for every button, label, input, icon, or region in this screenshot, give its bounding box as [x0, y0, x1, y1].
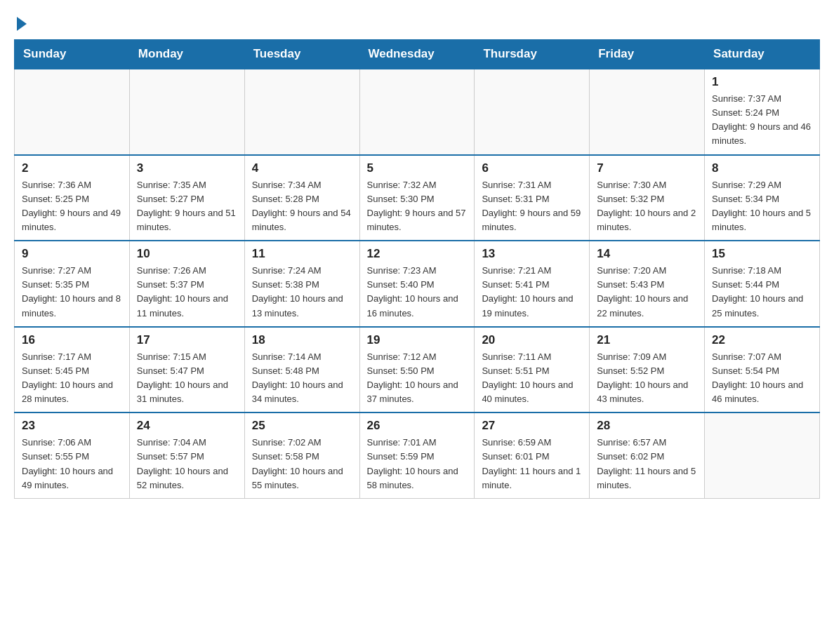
calendar-cell: [705, 412, 820, 498]
logo-arrow-icon: [17, 17, 27, 31]
day-number: 20: [482, 333, 582, 347]
day-number: 23: [22, 419, 122, 433]
day-info-text: Sunrise: 7:26 AM Sunset: 5:37 PM Dayligh…: [137, 264, 237, 321]
calendar-cell: [129, 69, 244, 155]
calendar-cell: 11Sunrise: 7:24 AM Sunset: 5:38 PM Dayli…: [244, 241, 359, 327]
calendar-cell: 26Sunrise: 7:01 AM Sunset: 5:59 PM Dayli…: [359, 412, 475, 498]
calendar-cell: 23Sunrise: 7:06 AM Sunset: 5:55 PM Dayli…: [15, 412, 130, 498]
day-info-text: Sunrise: 7:36 AM Sunset: 5:25 PM Dayligh…: [22, 178, 122, 235]
calendar-cell: 4Sunrise: 7:34 AM Sunset: 5:28 PM Daylig…: [244, 155, 359, 241]
day-info-text: Sunrise: 7:02 AM Sunset: 5:58 PM Dayligh…: [252, 436, 352, 492]
calendar-week-row: 1Sunrise: 7:37 AM Sunset: 5:24 PM Daylig…: [15, 69, 820, 155]
day-info-text: Sunrise: 6:59 AM Sunset: 6:01 PM Dayligh…: [482, 436, 582, 492]
day-info-text: Sunrise: 7:23 AM Sunset: 5:40 PM Dayligh…: [367, 264, 468, 321]
day-number: 27: [482, 419, 582, 433]
calendar-cell: 22Sunrise: 7:07 AM Sunset: 5:54 PM Dayli…: [705, 327, 820, 413]
calendar-cell: 21Sunrise: 7:09 AM Sunset: 5:52 PM Dayli…: [590, 327, 705, 413]
day-info-text: Sunrise: 7:21 AM Sunset: 5:41 PM Dayligh…: [482, 264, 582, 321]
day-number: 25: [252, 419, 352, 433]
calendar-cell: [15, 69, 130, 155]
day-info-text: Sunrise: 7:37 AM Sunset: 5:24 PM Dayligh…: [712, 92, 812, 149]
day-of-week-header: Friday: [590, 40, 705, 69]
calendar-cell: 8Sunrise: 7:29 AM Sunset: 5:34 PM Daylig…: [705, 155, 820, 241]
calendar-cell: 13Sunrise: 7:21 AM Sunset: 5:41 PM Dayli…: [475, 241, 590, 327]
calendar-cell: 7Sunrise: 7:30 AM Sunset: 5:32 PM Daylig…: [590, 155, 705, 241]
day-info-text: Sunrise: 7:06 AM Sunset: 5:55 PM Dayligh…: [22, 436, 122, 492]
calendar-week-row: 16Sunrise: 7:17 AM Sunset: 5:45 PM Dayli…: [15, 327, 820, 413]
day-info-text: Sunrise: 7:31 AM Sunset: 5:31 PM Dayligh…: [482, 178, 582, 235]
day-number: 13: [482, 247, 582, 261]
day-info-text: Sunrise: 7:32 AM Sunset: 5:30 PM Dayligh…: [367, 178, 468, 235]
calendar-cell: 14Sunrise: 7:20 AM Sunset: 5:43 PM Dayli…: [590, 241, 705, 327]
calendar-cell: 18Sunrise: 7:14 AM Sunset: 5:48 PM Dayli…: [244, 327, 359, 413]
day-number: 12: [367, 247, 468, 261]
day-info-text: Sunrise: 7:35 AM Sunset: 5:27 PM Dayligh…: [137, 178, 237, 235]
day-number: 9: [22, 247, 122, 261]
day-number: 15: [712, 247, 812, 261]
calendar-cell: 5Sunrise: 7:32 AM Sunset: 5:30 PM Daylig…: [359, 155, 475, 241]
calendar-header-row: SundayMondayTuesdayWednesdayThursdayFrid…: [15, 40, 820, 69]
calendar-cell: 16Sunrise: 7:17 AM Sunset: 5:45 PM Dayli…: [15, 327, 130, 413]
day-number: 28: [597, 419, 697, 433]
calendar-week-row: 23Sunrise: 7:06 AM Sunset: 5:55 PM Dayli…: [15, 412, 820, 498]
calendar-table: SundayMondayTuesdayWednesdayThursdayFrid…: [14, 39, 820, 499]
day-number: 7: [597, 161, 697, 175]
day-info-text: Sunrise: 7:14 AM Sunset: 5:48 PM Dayligh…: [252, 350, 352, 407]
day-number: 16: [22, 333, 122, 347]
day-of-week-header: Tuesday: [244, 40, 359, 69]
calendar-cell: 20Sunrise: 7:11 AM Sunset: 5:51 PM Dayli…: [475, 327, 590, 413]
day-info-text: Sunrise: 7:01 AM Sunset: 5:59 PM Dayligh…: [367, 436, 468, 492]
day-number: 18: [252, 333, 352, 347]
day-info-text: Sunrise: 7:09 AM Sunset: 5:52 PM Dayligh…: [597, 350, 697, 407]
calendar-cell: 27Sunrise: 6:59 AM Sunset: 6:01 PM Dayli…: [475, 412, 590, 498]
calendar-cell: 2Sunrise: 7:36 AM Sunset: 5:25 PM Daylig…: [15, 155, 130, 241]
day-number: 17: [137, 333, 237, 347]
calendar-cell: 9Sunrise: 7:27 AM Sunset: 5:35 PM Daylig…: [15, 241, 130, 327]
calendar-cell: 17Sunrise: 7:15 AM Sunset: 5:47 PM Dayli…: [129, 327, 244, 413]
day-of-week-header: Thursday: [475, 40, 590, 69]
day-of-week-header: Wednesday: [359, 40, 475, 69]
day-number: 3: [137, 161, 237, 175]
calendar-cell: [359, 69, 475, 155]
calendar-cell: [590, 69, 705, 155]
day-number: 8: [712, 161, 812, 175]
calendar-cell: 28Sunrise: 6:57 AM Sunset: 6:02 PM Dayli…: [590, 412, 705, 498]
day-number: 21: [597, 333, 697, 347]
day-info-text: Sunrise: 7:11 AM Sunset: 5:51 PM Dayligh…: [482, 350, 582, 407]
calendar-cell: 25Sunrise: 7:02 AM Sunset: 5:58 PM Dayli…: [244, 412, 359, 498]
day-info-text: Sunrise: 7:34 AM Sunset: 5:28 PM Dayligh…: [252, 178, 352, 235]
calendar-cell: 24Sunrise: 7:04 AM Sunset: 5:57 PM Dayli…: [129, 412, 244, 498]
calendar-cell: [475, 69, 590, 155]
day-info-text: Sunrise: 7:30 AM Sunset: 5:32 PM Dayligh…: [597, 178, 697, 235]
day-info-text: Sunrise: 7:18 AM Sunset: 5:44 PM Dayligh…: [712, 264, 812, 321]
day-info-text: Sunrise: 7:24 AM Sunset: 5:38 PM Dayligh…: [252, 264, 352, 321]
day-number: 2: [22, 161, 122, 175]
calendar-cell: 12Sunrise: 7:23 AM Sunset: 5:40 PM Dayli…: [359, 241, 475, 327]
calendar-cell: 1Sunrise: 7:37 AM Sunset: 5:24 PM Daylig…: [705, 69, 820, 155]
page-header: [14, 14, 820, 28]
day-info-text: Sunrise: 7:07 AM Sunset: 5:54 PM Dayligh…: [712, 350, 812, 407]
day-info-text: Sunrise: 7:20 AM Sunset: 5:43 PM Dayligh…: [597, 264, 697, 321]
calendar-week-row: 9Sunrise: 7:27 AM Sunset: 5:35 PM Daylig…: [15, 241, 820, 327]
day-info-text: Sunrise: 6:57 AM Sunset: 6:02 PM Dayligh…: [597, 436, 697, 492]
day-number: 22: [712, 333, 812, 347]
calendar-cell: 10Sunrise: 7:26 AM Sunset: 5:37 PM Dayli…: [129, 241, 244, 327]
day-info-text: Sunrise: 7:27 AM Sunset: 5:35 PM Dayligh…: [22, 264, 122, 321]
day-of-week-header: Saturday: [705, 40, 820, 69]
day-of-week-header: Monday: [129, 40, 244, 69]
calendar-cell: 6Sunrise: 7:31 AM Sunset: 5:31 PM Daylig…: [475, 155, 590, 241]
calendar-cell: 3Sunrise: 7:35 AM Sunset: 5:27 PM Daylig…: [129, 155, 244, 241]
day-of-week-header: Sunday: [15, 40, 130, 69]
day-number: 14: [597, 247, 697, 261]
day-number: 1: [712, 75, 812, 89]
day-number: 10: [137, 247, 237, 261]
day-info-text: Sunrise: 7:12 AM Sunset: 5:50 PM Dayligh…: [367, 350, 468, 407]
day-info-text: Sunrise: 7:17 AM Sunset: 5:45 PM Dayligh…: [22, 350, 122, 407]
day-number: 6: [482, 161, 582, 175]
logo: [14, 14, 27, 28]
day-number: 24: [137, 419, 237, 433]
calendar-cell: 15Sunrise: 7:18 AM Sunset: 5:44 PM Dayli…: [705, 241, 820, 327]
calendar-cell: 19Sunrise: 7:12 AM Sunset: 5:50 PM Dayli…: [359, 327, 475, 413]
day-info-text: Sunrise: 7:29 AM Sunset: 5:34 PM Dayligh…: [712, 178, 812, 235]
day-info-text: Sunrise: 7:15 AM Sunset: 5:47 PM Dayligh…: [137, 350, 237, 407]
